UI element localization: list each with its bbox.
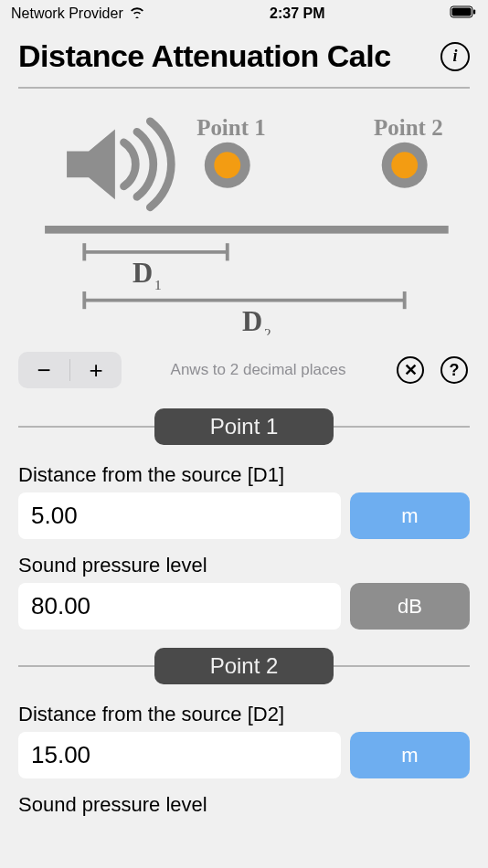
- plus-icon: +: [89, 356, 102, 385]
- spl1-unit-label: dB: [398, 595, 422, 619]
- svg-rect-1: [451, 8, 471, 16]
- carrier-label: Network Provider: [11, 5, 123, 22]
- minus-icon: −: [37, 356, 50, 385]
- header: Distance Attenuation Calc i: [0, 26, 488, 87]
- d2-sub: 2: [264, 325, 271, 335]
- d1-field-row: m: [0, 492, 488, 548]
- spl2-field-label: Sound pressure level: [0, 788, 488, 822]
- d2-unit-label: m: [401, 744, 418, 767]
- section-title-point2: Point 2: [154, 648, 334, 684]
- d2-input[interactable]: [18, 732, 341, 778]
- point2-marker-inner: [391, 152, 418, 178]
- stepper-plus-button[interactable]: +: [70, 352, 122, 388]
- section-title-point1: Point 1: [154, 408, 334, 445]
- stepper-minus-button[interactable]: −: [18, 352, 69, 388]
- clear-button[interactable]: ✕: [395, 355, 426, 386]
- d2-label: D: [242, 306, 262, 335]
- d2-field-label: Distance from the source [D2]: [0, 697, 488, 732]
- diagram: Point 1 Point 2 D 1 D 2: [0, 89, 488, 344]
- d1-field-label: Distance from the source [D1]: [0, 458, 488, 492]
- point2-label: Point 2: [374, 116, 443, 140]
- spl1-field-label: Sound pressure level: [0, 548, 488, 583]
- spl1-field-row: dB: [0, 583, 488, 639]
- d1-unit-label: m: [401, 504, 418, 528]
- close-icon: ✕: [397, 356, 424, 384]
- ground-line: [45, 226, 449, 234]
- controls-row: − + Anws to 2 decimal places ✕ ?: [0, 344, 488, 399]
- page-title: Distance Attenuation Calc: [18, 38, 391, 74]
- point1-marker-inner: [214, 152, 240, 178]
- svg-rect-2: [473, 10, 475, 15]
- d1-input[interactable]: [18, 492, 341, 539]
- info-button[interactable]: i: [440, 42, 470, 71]
- point1-label: Point 1: [196, 116, 266, 140]
- status-right: [450, 5, 477, 22]
- section-header-point1: Point 1: [0, 408, 488, 445]
- d1-label: D: [133, 258, 153, 289]
- wifi-icon: [129, 5, 145, 22]
- decimal-hint: Anws to 2 decimal places: [134, 361, 382, 379]
- d1-sub: 1: [154, 277, 162, 292]
- info-icon: i: [452, 47, 457, 66]
- spl1-input[interactable]: [18, 583, 341, 630]
- battery-icon: [450, 5, 477, 22]
- d2-field-row: m: [0, 732, 488, 788]
- decimal-stepper: − +: [18, 352, 122, 388]
- status-left: Network Provider: [11, 5, 145, 22]
- d2-unit-button[interactable]: m: [350, 732, 470, 778]
- d1-unit-button[interactable]: m: [350, 492, 470, 539]
- speaker-icon: [67, 122, 171, 207]
- status-bar: Network Provider 2:37 PM: [0, 0, 488, 26]
- help-icon: ?: [440, 356, 468, 384]
- help-button[interactable]: ?: [439, 355, 470, 386]
- status-time: 2:37 PM: [270, 5, 324, 22]
- diagram-svg: Point 1 Point 2 D 1 D 2: [18, 116, 470, 335]
- section-header-point2: Point 2: [0, 648, 488, 684]
- spl1-unit-button[interactable]: dB: [350, 583, 470, 630]
